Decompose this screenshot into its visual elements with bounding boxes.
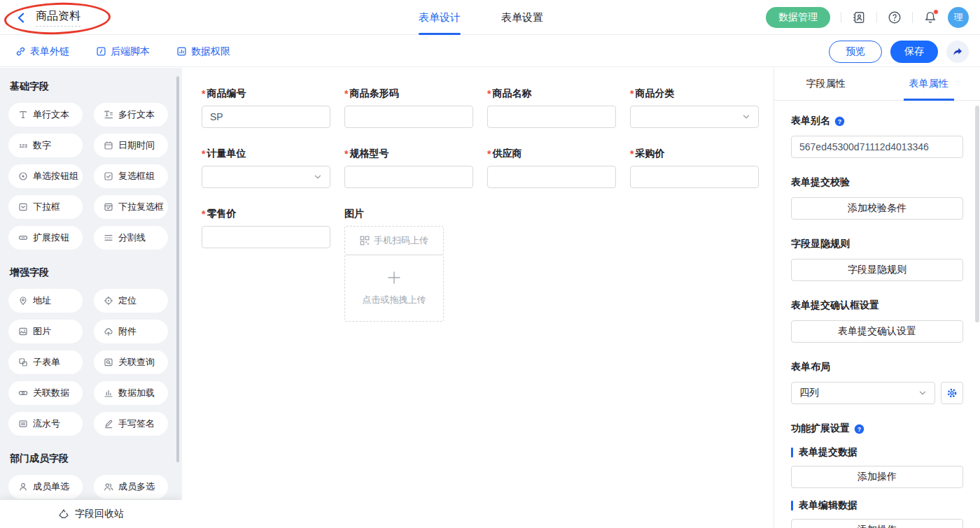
toolbar-link[interactable]: 后端脚本 [96,45,150,58]
layout-settings-button[interactable] [941,382,963,404]
panel-section-label: 功能扩展设置? [791,422,963,435]
field-type-button[interactable]: 日期时间 [94,134,168,157]
save-button[interactable]: 保存 [890,41,938,63]
field-type-button[interactable]: 成员多选 [94,475,168,499]
field-type-button[interactable]: 定位 [94,289,168,313]
sidebar-scrollbar[interactable] [176,76,179,462]
field-type-button[interactable]: 附件 [94,320,168,343]
preview-button[interactable]: 预览 [829,41,882,63]
field-type-label: 定位 [118,294,136,307]
field-input[interactable] [630,166,759,188]
help-filled-icon[interactable]: ? [854,424,864,434]
divider [912,12,913,23]
page-title[interactable]: 商品资料 [36,9,80,27]
add-action-button[interactable]: 添加操作 [791,519,963,528]
field-type-button[interactable]: 下拉复选框 [94,195,168,219]
gear-icon [946,387,958,399]
canvas-field[interactable]: *商品分类 [630,87,759,128]
field-type-button[interactable]: 关联数据 [8,381,83,405]
field-type-button[interactable]: 复选框组 [94,164,168,188]
field-type-button[interactable]: 手写签名 [94,412,168,436]
panel-tabs: 字段属性表单属性 [774,68,980,101]
field-type-button[interactable]: 关联查询 [94,350,168,374]
canvas-field[interactable]: *采购价 [630,148,759,188]
form-grid: *商品编号SP*商品条形码*商品名称*商品分类*计量单位*规格型号*供应商*采购… [202,87,774,322]
canvas-field[interactable]: *零售价 [202,208,330,248]
panel-sub-label: 表单提交数据 [791,446,963,459]
field-type-button[interactable]: 地址 [8,289,83,313]
chain-icon [18,388,28,398]
bell-icon[interactable] [923,10,937,24]
subform-icon [18,357,28,367]
field-input[interactable]: SP [202,106,330,128]
form-alias-input[interactable]: 567ed45300d71112d4013346 [791,136,963,158]
header-tab-settings[interactable]: 表单设置 [501,0,543,35]
field-type-label: 流水号 [33,418,60,430]
panel-tab-field-props[interactable]: 字段属性 [774,68,877,100]
field-label: *供应商 [487,148,616,160]
panel-action-button[interactable]: 添加校验条件 [791,197,963,220]
field-input[interactable] [487,166,616,188]
scan-upload-button[interactable]: 手机扫码上传 [344,226,444,255]
canvas-field[interactable]: *商品编号SP [202,87,330,128]
pin-icon [18,296,28,306]
canvas-field[interactable]: *商品条形码 [344,87,473,128]
field-type-button[interactable]: 单选按钮组 [8,164,83,188]
field-type-button[interactable]: 分割线 [94,226,168,250]
panel-action-button[interactable]: 字段显隐规则 [791,259,963,281]
field-palette-sidebar: 基础字段 单行文本多行文本123数字日期时间单选按钮组复选框组下拉框下拉复选框扩… [0,68,182,528]
field-type-label: 子表单 [33,356,60,369]
header-tab-design[interactable]: 表单设计 [419,0,461,35]
add-action-button[interactable]: 添加操作 [791,466,963,488]
bars-icon [104,388,113,398]
back-icon[interactable] [15,12,27,24]
share-button[interactable] [946,41,969,63]
contacts-icon[interactable] [852,10,866,24]
toolbar-link[interactable]: 数据权限 [176,45,230,58]
user-icon [18,482,28,492]
field-input[interactable] [487,106,616,128]
panel-sub-label: 表单编辑数据 [791,499,963,512]
field-type-label: 手写签名 [118,418,155,430]
data-manage-button[interactable]: 数据管理 [766,7,830,28]
field-select[interactable] [202,166,330,188]
field-type-button[interactable]: 图片 [8,320,83,343]
field-type-button[interactable]: 123数字 [8,134,83,157]
field-type-button[interactable]: 数据加载 [94,381,168,405]
field-type-button[interactable]: 流水号 [8,412,83,436]
svg-text:123: 123 [19,143,27,148]
field-type-button[interactable]: 下拉框 [8,195,83,219]
layout-select[interactable]: 四列 [791,382,935,404]
divider-icon [104,233,113,243]
canvas-field[interactable]: *供应商 [487,148,616,188]
field-type-button[interactable]: 扩展按钮 [8,226,83,250]
canvas-field[interactable]: *商品名称 [487,87,616,128]
canvas-field[interactable]: *规格型号 [344,148,473,188]
panel-scrollbar[interactable] [975,106,979,322]
panel-tab-form-props[interactable]: 表单属性 [877,68,980,100]
panel-action-button[interactable]: 表单提交确认设置 [791,320,963,343]
avatar[interactable]: 理 [948,7,969,28]
properties-panel: 字段属性表单属性 表单别名?567ed45300d71112d4013346表单… [774,68,980,528]
field-type-button[interactable]: 子表单 [8,350,83,374]
chevron-down-icon [918,389,927,397]
field-input[interactable] [344,166,473,188]
toolbar-link[interactable]: 表单外链 [15,45,69,58]
field-input[interactable] [344,106,473,128]
field-input[interactable] [202,226,330,248]
help-icon[interactable] [888,10,902,24]
help-filled-icon[interactable]: ? [834,116,845,127]
canvas-field[interactable]: 图片 手机扫码上传 点击或拖拽上传 [344,208,473,322]
sidebar-section-grid: 成员单选成员多选 [8,475,168,499]
required-asterisk: * [344,88,348,99]
required-asterisk: * [202,88,205,99]
field-select[interactable] [630,106,759,128]
field-type-button[interactable]: 单行文本 [8,103,83,127]
field-type-button[interactable]: 多行文本 [94,103,168,127]
drop-upload-area[interactable]: 点击或拖拽上传 [344,255,444,322]
field-type-button[interactable]: 成员单选 [8,475,83,499]
field-recycle-bin[interactable]: 字段回收站 [0,500,182,528]
required-asterisk: * [630,88,634,99]
required-asterisk: * [344,148,348,159]
canvas-field[interactable]: *计量单位 [202,148,330,188]
